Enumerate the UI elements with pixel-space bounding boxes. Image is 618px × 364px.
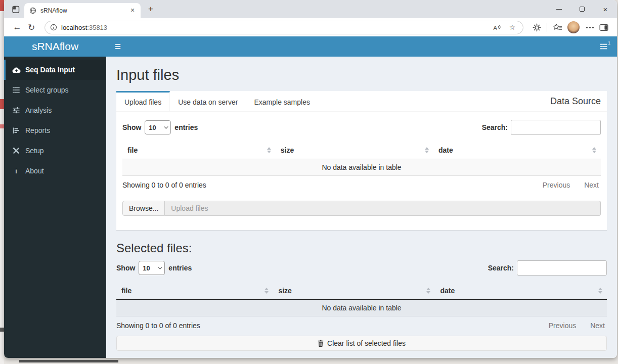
sort-icon bbox=[426, 288, 430, 294]
show-label: Show bbox=[122, 123, 141, 131]
extensions-button[interactable] bbox=[529, 20, 544, 34]
tab-actions-icon bbox=[12, 5, 20, 14]
page-length-control: Show 10 entries bbox=[116, 261, 192, 275]
sidebar-item-seq-data-input[interactable]: Seq Data Input bbox=[4, 60, 106, 80]
background-window-fragment bbox=[0, 0, 4, 11]
data-source-box: Upload files Use data on server Example … bbox=[116, 91, 607, 230]
favorites-list-button[interactable] bbox=[550, 20, 564, 34]
column-header-size[interactable]: size bbox=[273, 282, 435, 300]
background-window-fragment bbox=[0, 99, 4, 109]
toolbar-divider bbox=[547, 23, 547, 32]
favorite-star-button[interactable]: ☆ bbox=[507, 22, 518, 33]
maximize-button[interactable] bbox=[570, 0, 594, 18]
datatable-controls: Show 10 entries Search: bbox=[122, 120, 601, 135]
tab-example-samples[interactable]: Example samples bbox=[246, 91, 318, 111]
page-title: Input files bbox=[116, 67, 607, 83]
page-length-value: 10 bbox=[149, 124, 156, 131]
sidebar-item-label: Seq Data Input bbox=[25, 66, 75, 74]
tab-actions-menu-button[interactable] bbox=[8, 2, 23, 17]
horizontal-scrollbar-thumb[interactable] bbox=[19, 360, 118, 362]
selected-files-heading: Selected files: bbox=[116, 241, 607, 255]
sidebar-collapse-button[interactable]: ≡ bbox=[106, 36, 129, 57]
app-body: Seq Data Input Select groups bbox=[4, 57, 617, 358]
page-length-value: 10 bbox=[143, 264, 150, 272]
sidebar-item-label: About bbox=[25, 167, 44, 175]
main-content: Input files Upload files Use data on ser… bbox=[106, 57, 617, 358]
minimize-icon bbox=[556, 9, 562, 10]
clear-button-label: Clear list of selected files bbox=[327, 339, 406, 347]
page-length-select[interactable]: 10 bbox=[139, 261, 165, 275]
clear-selected-files-button[interactable]: Clear list of selected files bbox=[116, 336, 607, 351]
close-window-button[interactable]: × bbox=[594, 0, 617, 18]
empty-table-message: No data available in table bbox=[116, 300, 607, 316]
table-info: Showing 0 to 0 of 0 entries bbox=[122, 181, 206, 189]
sidebar-item-select-groups[interactable]: Select groups bbox=[4, 80, 106, 100]
entries-label: entries bbox=[174, 123, 198, 131]
search-label: Search: bbox=[488, 264, 514, 272]
background-window-fragment bbox=[0, 124, 4, 128]
browser-window: sRNAflow × + × ← ↻ localhost:35813 A bbox=[4, 0, 617, 358]
tab-title: sRNAflow bbox=[40, 7, 124, 14]
chevron-down-icon bbox=[164, 124, 168, 128]
cloud-upload-icon bbox=[12, 67, 21, 73]
favorites-list-icon bbox=[553, 23, 562, 31]
search-label: Search: bbox=[482, 123, 508, 131]
settings-menu-button[interactable] bbox=[583, 20, 597, 34]
column-header-size[interactable]: size bbox=[276, 141, 433, 159]
next-page-button[interactable]: Next bbox=[584, 181, 599, 189]
tab-close-icon[interactable]: × bbox=[128, 7, 137, 15]
back-button[interactable]: ← bbox=[10, 20, 24, 34]
sort-icon bbox=[598, 288, 602, 294]
search-input[interactable] bbox=[511, 120, 601, 135]
app-navbar: ≡ 1 bbox=[106, 36, 617, 57]
read-aloud-icon: A bbox=[493, 24, 501, 31]
selected-files-table: file size date No data available in tabl… bbox=[116, 282, 607, 316]
sliders-icon bbox=[12, 107, 21, 114]
refresh-button[interactable]: ↻ bbox=[24, 20, 38, 34]
column-header-file[interactable]: file bbox=[122, 141, 276, 159]
datatable-footer: Showing 0 to 0 of 0 entries Previous Nex… bbox=[116, 316, 607, 334]
sidebar-item-setup[interactable]: Setup bbox=[4, 141, 106, 161]
column-header-date[interactable]: date bbox=[435, 282, 607, 300]
search-input[interactable] bbox=[517, 260, 607, 276]
next-page-button[interactable]: Next bbox=[590, 322, 605, 330]
column-header-file[interactable]: file bbox=[116, 282, 273, 300]
profile-avatar[interactable] bbox=[567, 21, 580, 33]
sidebar-item-reports[interactable]: Reports bbox=[4, 120, 106, 141]
app-logo[interactable]: sRNAflow bbox=[4, 36, 106, 57]
upload-files-field[interactable] bbox=[165, 201, 601, 216]
new-tab-button[interactable]: + bbox=[144, 2, 158, 16]
file-upload-control: Browse... bbox=[122, 201, 601, 216]
column-label: file bbox=[127, 146, 138, 154]
previous-page-button[interactable]: Previous bbox=[549, 322, 576, 330]
sidebar-item-about[interactable]: i About bbox=[4, 161, 106, 181]
browser-tab-srnaflow[interactable]: sRNAflow × bbox=[24, 3, 141, 18]
sidebar: Seq Data Input Select groups bbox=[4, 57, 106, 358]
horizontal-scrollbar bbox=[4, 359, 617, 363]
search-control: Search: bbox=[482, 120, 601, 135]
sidebar-item-analysis[interactable]: Analysis bbox=[4, 100, 106, 120]
browse-button[interactable]: Browse... bbox=[122, 201, 165, 216]
column-header-date[interactable]: date bbox=[433, 141, 601, 159]
read-aloud-button[interactable]: A bbox=[492, 22, 503, 33]
page-length-select[interactable]: 10 bbox=[145, 120, 171, 134]
chevron-down-icon bbox=[158, 265, 162, 269]
empty-table-row: No data available in table bbox=[116, 300, 607, 316]
table-info: Showing 0 to 0 of 0 entries bbox=[116, 322, 200, 330]
page-length-control: Show 10 entries bbox=[122, 120, 198, 134]
background-window-fragment bbox=[0, 328, 4, 332]
previous-page-button[interactable]: Previous bbox=[543, 181, 570, 189]
tab-use-data-on-server[interactable]: Use data on server bbox=[170, 91, 246, 111]
sidebar-toggle-button[interactable] bbox=[597, 20, 611, 34]
address-bar[interactable]: localhost:35813 A ☆ bbox=[45, 21, 523, 34]
tasks-dropdown-button[interactable]: 1 bbox=[600, 36, 610, 57]
empty-table-row: No data available in table bbox=[122, 159, 601, 176]
browser-toolbar: ← ↻ localhost:35813 A ☆ bbox=[4, 18, 617, 36]
minimize-button[interactable] bbox=[547, 0, 570, 18]
tasks-icon bbox=[12, 86, 21, 94]
bar-chart-icon bbox=[12, 127, 21, 134]
svg-text:A: A bbox=[494, 25, 498, 31]
sidebar-item-label: Setup bbox=[25, 147, 44, 155]
tasks-badge: 1 bbox=[608, 40, 610, 46]
tab-upload-files[interactable]: Upload files bbox=[116, 91, 170, 111]
